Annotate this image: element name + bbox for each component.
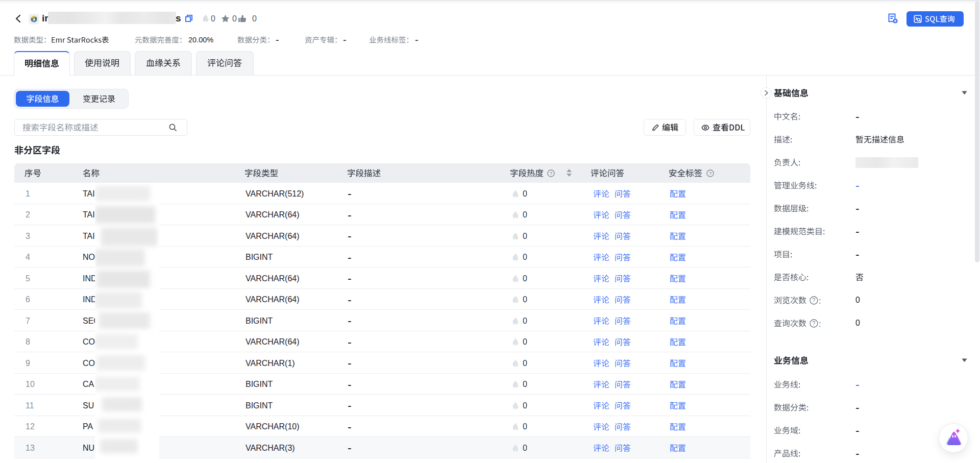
svg-text:?: ? <box>813 320 816 326</box>
svg-text:?: ? <box>709 170 712 176</box>
svg-text:?: ? <box>550 170 552 176</box>
svg-text:?: ? <box>813 297 816 303</box>
